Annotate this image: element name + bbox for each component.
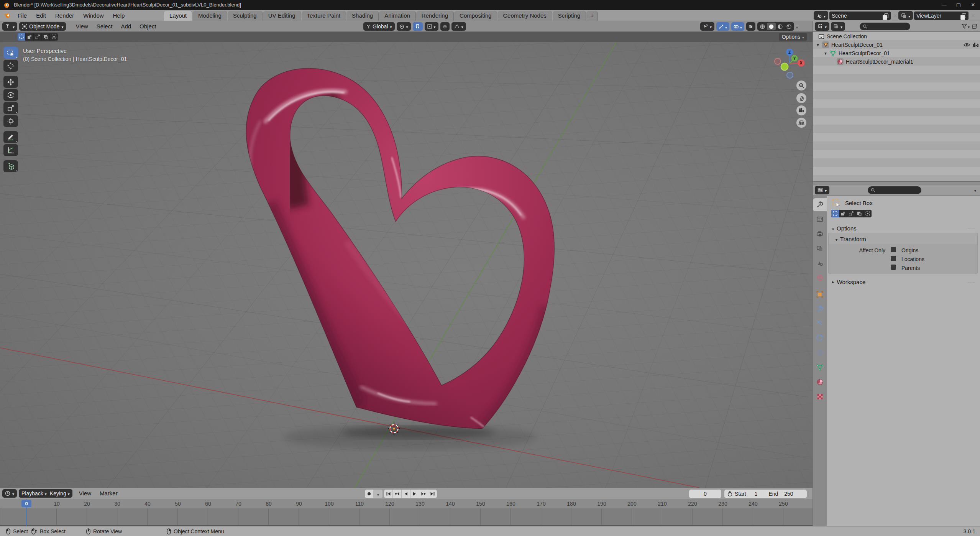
tree-row-mesh-data[interactable]: ▼ HeartSculptDecor_01: [824, 49, 890, 58]
shading-material-button[interactable]: [776, 23, 785, 30]
tab-compositing[interactable]: Compositing: [454, 11, 497, 21]
viewlayer-remove-button[interactable]: ✕: [969, 13, 978, 19]
end-value[interactable]: 250: [784, 491, 793, 497]
tree-row-object[interactable]: ▼ HeartSculptDecor_01: [816, 41, 883, 49]
current-frame-field[interactable]: 0: [689, 490, 721, 498]
next-keyframe-button[interactable]: [419, 490, 428, 498]
expand-icon[interactable]: ▼: [824, 51, 827, 56]
prev-keyframe-button[interactable]: [393, 490, 402, 498]
keying-menu[interactable]: Keying: [50, 490, 70, 497]
auto-key-button[interactable]: [365, 490, 374, 498]
select-mode-invert[interactable]: [42, 33, 50, 41]
timeline-editor-type-button[interactable]: [2, 489, 17, 498]
tab-modeling[interactable]: Modeling: [193, 11, 227, 21]
snap-settings-dropdown[interactable]: [425, 22, 438, 31]
shading-wireframe-button[interactable]: [758, 23, 767, 30]
tab-rendering[interactable]: Rendering: [416, 11, 454, 21]
select-mode-new[interactable]: [831, 210, 839, 217]
scene-copy-icon[interactable]: [884, 13, 888, 18]
play-button[interactable]: [410, 490, 419, 498]
close-button[interactable]: ✕: [966, 0, 980, 10]
new-collection-icon[interactable]: [972, 24, 978, 29]
mode-dropdown[interactable]: Object Mode: [19, 22, 66, 31]
maximize-button[interactable]: ▢: [952, 0, 965, 10]
panel-splitter[interactable]: [813, 181, 980, 184]
current-frame-marker[interactable]: 0: [21, 500, 31, 507]
end-label[interactable]: End: [768, 491, 778, 497]
viewlayer-copy-icon[interactable]: [962, 13, 966, 18]
view-object-types-dropdown[interactable]: [700, 22, 714, 31]
start-label[interactable]: Start: [735, 491, 746, 497]
add-workspace-button[interactable]: +: [586, 11, 598, 21]
gizmo-y-neg-axis[interactable]: [781, 63, 788, 71]
tab-physics-properties[interactable]: [813, 332, 827, 345]
tool-scale[interactable]: [3, 102, 18, 114]
tool-options-dropdown[interactable]: Options: [779, 33, 807, 41]
tab-texture-properties[interactable]: [813, 390, 827, 403]
timeline-menu-marker[interactable]: Marker: [95, 488, 122, 499]
viewlayer-name-field[interactable]: ViewLayer: [914, 12, 969, 20]
keying-set-caret[interactable]: [374, 490, 382, 498]
heart-object[interactable]: [230, 58, 575, 441]
jump-to-end-button[interactable]: [428, 490, 437, 498]
jump-to-start-button[interactable]: [384, 490, 393, 498]
viewport-menu-view[interactable]: View: [71, 21, 92, 32]
properties-options-caret[interactable]: [974, 187, 976, 193]
toggle-xray-button[interactable]: [746, 22, 755, 31]
transform-orientation-dropdown[interactable]: Global: [363, 22, 395, 31]
tab-tool-properties[interactable]: [813, 198, 827, 211]
minimize-button[interactable]: —: [937, 0, 951, 10]
tab-shading[interactable]: Shading: [346, 11, 379, 21]
outliner-display-mode-button[interactable]: [831, 22, 845, 31]
show-overlays-dropdown[interactable]: [731, 22, 744, 31]
menu-edit[interactable]: Edit: [31, 10, 51, 21]
scene-name-field[interactable]: Scene: [829, 12, 891, 20]
proportional-falloff-dropdown[interactable]: [451, 22, 466, 31]
gizmo-z-neg-axis[interactable]: [787, 72, 793, 78]
hide-viewport-eye-icon[interactable]: [964, 42, 970, 48]
tool-measure[interactable]: [3, 144, 18, 156]
tool-add-cube[interactable]: [3, 160, 18, 172]
play-reverse-button[interactable]: [402, 490, 410, 498]
tab-particle-properties[interactable]: [813, 317, 827, 330]
panel-grip[interactable]: ····: [967, 280, 975, 285]
shading-rendered-button[interactable]: [785, 23, 793, 30]
disable-render-camera-icon[interactable]: [973, 42, 979, 48]
tab-texture-paint[interactable]: Texture Paint: [302, 11, 346, 21]
shading-solid-button[interactable]: [767, 23, 776, 30]
transform-panel-header[interactable]: Transform: [836, 236, 866, 242]
tool-transform[interactable]: [3, 115, 18, 127]
viewport-menu-object[interactable]: Object: [135, 21, 160, 32]
parents-checkbox[interactable]: [891, 265, 896, 270]
tab-object-properties[interactable]: [813, 288, 827, 301]
workspace-panel-header[interactable]: ▸ Workspace: [832, 279, 865, 285]
scene-type-button[interactable]: [814, 11, 828, 20]
tab-render-properties[interactable]: [813, 213, 827, 226]
options-panel-header[interactable]: Options: [832, 225, 857, 232]
proportional-editing-toggle[interactable]: [440, 22, 450, 31]
playback-menu[interactable]: Playback: [21, 490, 47, 497]
orthographic-toggle-button[interactable]: [796, 118, 806, 128]
tab-scripting[interactable]: Scripting: [553, 11, 586, 21]
tab-sculpting[interactable]: Sculpting: [228, 11, 263, 21]
show-gizmos-dropdown[interactable]: [716, 22, 729, 31]
editor-type-button[interactable]: [2, 22, 17, 31]
tool-move[interactable]: [3, 76, 18, 88]
select-mode-extend[interactable]: [26, 33, 34, 41]
timeline-ruler[interactable]: 10 20 30 40 50 60 70 80 90 100 110 120 1…: [0, 499, 813, 508]
properties-search-input[interactable]: [868, 186, 921, 194]
locations-checkbox[interactable]: [891, 256, 896, 261]
menu-window[interactable]: Window: [79, 10, 108, 21]
tab-constraint-properties[interactable]: [813, 346, 827, 359]
outliner-editor-type-button[interactable]: [815, 22, 829, 31]
panel-grip[interactable]: ····: [967, 226, 975, 231]
tab-output-properties[interactable]: [813, 227, 827, 240]
select-mode-intersect[interactable]: [863, 210, 872, 217]
tab-uv-editing[interactable]: UV Editing: [263, 11, 301, 21]
viewport-menu-add[interactable]: Add: [117, 21, 135, 32]
tab-scene-properties[interactable]: [813, 256, 827, 270]
snap-toggle[interactable]: [413, 22, 423, 31]
outliner-filter-button[interactable]: [962, 23, 970, 30]
properties-editor-type-button[interactable]: [815, 186, 829, 194]
tab-geometry-nodes[interactable]: Geometry Nodes: [497, 11, 552, 21]
